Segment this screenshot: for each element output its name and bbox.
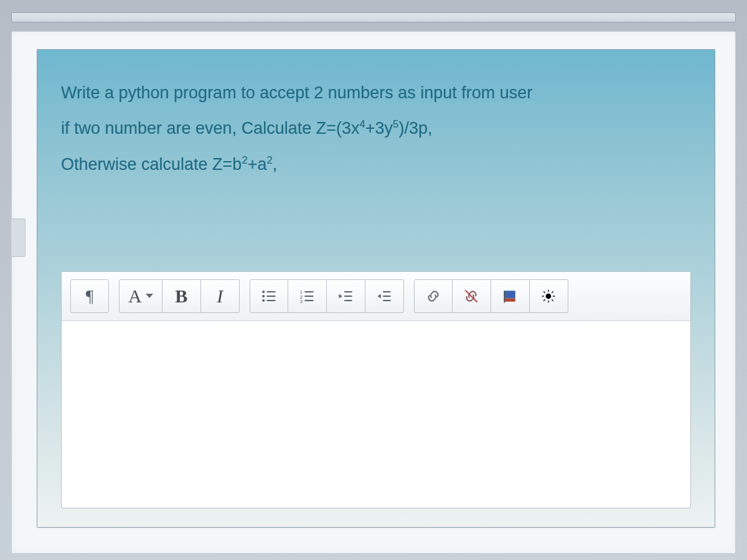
window-titlebar (11, 12, 736, 22)
svg-marker-16 (378, 294, 381, 298)
chevron-down-icon (146, 294, 153, 298)
svg-point-2 (262, 299, 265, 302)
svg-point-24 (546, 294, 552, 299)
font-color-button[interactable]: A (119, 279, 162, 313)
insert-link-button[interactable] (414, 279, 453, 313)
text-fragment: , (273, 155, 278, 174)
language-flag-button[interactable] (491, 279, 530, 313)
numbered-list-icon: 1 2 3 (298, 287, 316, 305)
text-fragment: +3y (365, 119, 393, 138)
question-line-1: Write a python program to accept 2 numbe… (61, 77, 691, 109)
rich-text-editor: ¶ A B I (61, 271, 691, 508)
italic-icon: I (217, 286, 223, 307)
paragraph-icon: ¶ (86, 286, 94, 306)
svg-rect-21 (504, 291, 515, 298)
text-fragment: Otherwise calculate Z=b (61, 155, 242, 174)
paragraph-button[interactable]: ¶ (70, 279, 109, 313)
bulleted-list-button[interactable] (250, 279, 288, 313)
svg-text:3: 3 (300, 299, 303, 304)
editor-toolbar: ¶ A B I (62, 272, 690, 321)
svg-rect-22 (504, 298, 515, 301)
side-tab-handle[interactable] (11, 218, 26, 257)
editor-settings-button[interactable] (530, 279, 568, 313)
question-text: Write a python program to accept 2 numbe… (61, 77, 691, 180)
indent-icon (375, 287, 393, 305)
svg-marker-12 (339, 294, 342, 298)
indent-button[interactable] (365, 279, 404, 313)
unlink-icon (463, 287, 480, 305)
question-line-3: Otherwise calculate Z=b2+a2, (61, 149, 691, 180)
superscript: 4 (359, 118, 365, 130)
bulleted-list-icon (260, 287, 278, 305)
svg-point-1 (262, 295, 265, 297)
superscript: 5 (393, 118, 398, 130)
numbered-list-button[interactable]: 1 2 3 (288, 279, 327, 313)
superscript: 2 (242, 154, 247, 166)
italic-button[interactable]: I (201, 279, 240, 313)
bold-button[interactable]: B (162, 279, 201, 313)
remove-link-button[interactable] (453, 279, 491, 313)
editor-textarea[interactable] (62, 321, 690, 508)
outdent-button[interactable] (327, 279, 365, 313)
settings-icon (540, 287, 557, 305)
outdent-icon (337, 287, 354, 305)
svg-point-0 (262, 291, 265, 293)
link-icon (425, 287, 442, 305)
font-color-icon: A (128, 286, 142, 307)
language-flag-icon (501, 287, 519, 305)
window-frame: Write a python program to accept 2 numbe… (0, 0, 747, 560)
question-panel: Write a python program to accept 2 numbe… (37, 49, 715, 528)
text-fragment: +a (248, 155, 267, 174)
superscript: 2 (267, 154, 273, 166)
page-content: Write a python program to accept 2 numbe… (11, 31, 736, 554)
text-fragment: if two number are even, Calculate Z=(3x (61, 119, 359, 138)
question-line-2: if two number are even, Calculate Z=(3x4… (61, 113, 691, 144)
spacer (61, 184, 691, 271)
bold-icon: B (175, 286, 187, 307)
text-fragment: )/3p, (398, 119, 432, 138)
